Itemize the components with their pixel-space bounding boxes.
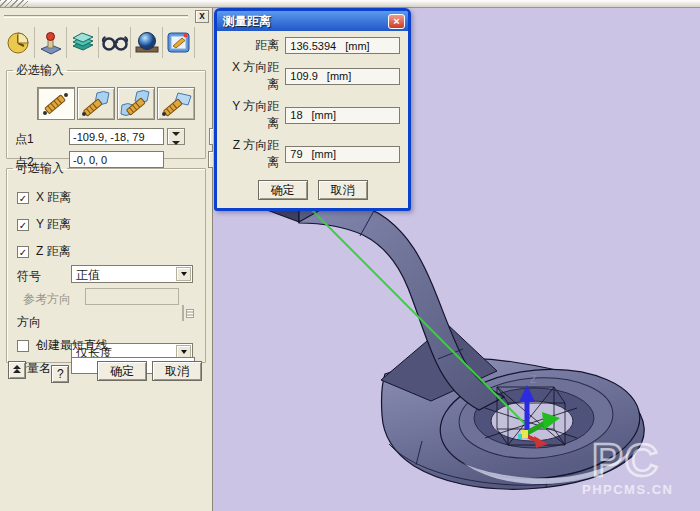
distance-value-field: 136.5394 [mm] bbox=[285, 37, 400, 54]
chevrons-up-icon bbox=[13, 365, 21, 369]
triad-origin bbox=[521, 430, 528, 438]
x-distance-result-label: X 方向距离 bbox=[225, 59, 285, 93]
dialog-titlebar[interactable]: 测量距离 × bbox=[217, 11, 408, 31]
required-group-title: 必选输入 bbox=[13, 62, 67, 79]
tab-stamp-tool[interactable] bbox=[35, 27, 67, 58]
glasses-visualization-icon bbox=[101, 30, 129, 56]
point1-input[interactable] bbox=[69, 128, 164, 145]
measure-distance-dialog: 测量距离 × 距离 136.5394 [mm] X 方向距离 109.9 [mm… bbox=[214, 8, 411, 211]
sign-dropdown[interactable]: 正值 bbox=[71, 265, 193, 283]
optional-group-title: 可选输入 bbox=[13, 160, 67, 177]
create-line-row: 创建最短直线 bbox=[17, 337, 108, 354]
z-distance-value: 79 bbox=[290, 148, 302, 160]
y-distance-value: 18 bbox=[290, 109, 302, 121]
point1-label: 点1 bbox=[15, 131, 34, 148]
reference-direction-label: 参考方向 bbox=[23, 291, 71, 308]
tab-visualization[interactable] bbox=[99, 27, 131, 58]
measure-to-plane-icon bbox=[159, 89, 193, 118]
help-button[interactable]: ? bbox=[51, 365, 69, 383]
layers-icon bbox=[70, 30, 96, 56]
dialog-body: 距离 136.5394 [mm] X 方向距离 109.9 [mm] Y 方向距… bbox=[217, 31, 408, 208]
panel-ok-button[interactable]: 确定 bbox=[97, 361, 147, 381]
collapse-panel-button[interactable] bbox=[8, 361, 26, 379]
dropdown-arrow-icon[interactable] bbox=[176, 267, 191, 281]
sign-value: 正值 bbox=[76, 268, 100, 282]
distance-unit: [mm] bbox=[345, 40, 369, 52]
y-distance-unit: [mm] bbox=[312, 109, 336, 121]
optional-input-group: 可选输入 ✓ X 距离 ✓ Y 距离 ✓ Z 距离 符号 正值 参考方向 方向 bbox=[6, 160, 206, 363]
y-distance-checkbox[interactable]: ✓ bbox=[17, 219, 29, 231]
panel-cancel-button[interactable]: 取消 bbox=[152, 361, 202, 381]
edit-note-icon bbox=[166, 30, 192, 56]
z-distance-result-row: Z 方向距离 79 [mm] bbox=[225, 137, 400, 171]
reference-direction-input bbox=[85, 288, 179, 305]
y-distance-value-field: 18 [mm] bbox=[285, 107, 400, 124]
triad-z-label: Z bbox=[530, 373, 537, 385]
measure-object-to-object-icon bbox=[119, 89, 153, 118]
measure-point-to-point-icon bbox=[39, 89, 73, 118]
x-distance-value: 109.9 bbox=[290, 70, 318, 82]
direction-label: 方向 bbox=[17, 314, 41, 331]
x-distance-value-field: 109.9 [mm] bbox=[285, 68, 400, 85]
panel-header: x bbox=[0, 8, 212, 26]
measure-mode-row bbox=[37, 87, 195, 120]
create-shortest-line-label: 创建最短直线 bbox=[36, 337, 108, 354]
point1-options-chevron-icon[interactable] bbox=[167, 128, 185, 145]
y-distance-label: Y 距离 bbox=[36, 216, 71, 233]
application-window: x bbox=[0, 0, 700, 511]
z-distance-result-label: Z 方向距离 bbox=[225, 137, 285, 171]
panel-grip[interactable] bbox=[4, 15, 188, 18]
z-distance-checkbox[interactable]: ✓ bbox=[17, 246, 29, 258]
x-distance-result-row: X 方向距离 109.9 [mm] bbox=[225, 59, 400, 93]
reference-direction-vector-icon bbox=[182, 305, 184, 321]
panel-tab-bar bbox=[3, 27, 195, 59]
measure-point-to-object-icon bbox=[79, 89, 113, 118]
dialog-buttons: 确定 取消 bbox=[225, 180, 400, 200]
measure-object-to-object-button[interactable] bbox=[117, 87, 155, 120]
z-distance-unit: [mm] bbox=[312, 148, 336, 160]
tab-edit-note[interactable] bbox=[163, 27, 195, 58]
required-input-group: 必选输入 bbox=[6, 62, 206, 159]
measure-point-to-object-button[interactable] bbox=[77, 87, 115, 120]
measure-distance-panel: x bbox=[0, 8, 213, 511]
dialog-ok-button[interactable]: 确定 bbox=[258, 180, 308, 200]
x-distance-unit: [mm] bbox=[327, 70, 351, 82]
distance-row: 距离 136.5394 [mm] bbox=[225, 37, 400, 54]
dialog-close-icon[interactable]: × bbox=[388, 14, 405, 29]
y-distance-result-label: Y 方向距离 bbox=[225, 98, 285, 132]
stamp-tool-icon bbox=[38, 30, 64, 56]
toolbar-grip-icon[interactable] bbox=[0, 0, 28, 7]
dialog-cancel-button[interactable]: 取消 bbox=[318, 180, 368, 200]
docked-toolbar-strip bbox=[0, 0, 700, 8]
z-distance-value-field: 79 [mm] bbox=[285, 146, 400, 163]
distance-label: 距离 bbox=[225, 37, 285, 54]
tab-analysis-gauge[interactable] bbox=[3, 27, 35, 58]
measure-point-to-point-button[interactable] bbox=[37, 87, 75, 120]
x-distance-row: ✓ X 距离 bbox=[17, 189, 71, 206]
z-distance-label: Z 距离 bbox=[36, 243, 71, 260]
x-distance-label: X 距离 bbox=[36, 189, 71, 206]
create-shortest-line-checkbox[interactable] bbox=[17, 340, 29, 352]
panel-close-icon[interactable]: x bbox=[195, 10, 209, 23]
help-icon: ? bbox=[57, 367, 64, 381]
y-distance-result-row: Y 方向距离 18 [mm] bbox=[225, 98, 400, 132]
z-distance-row: ✓ Z 距离 bbox=[17, 243, 71, 260]
analysis-gauge-icon bbox=[6, 30, 32, 56]
tab-sphere-display[interactable] bbox=[131, 27, 163, 58]
sphere-icon bbox=[134, 30, 160, 56]
measure-to-plane-button[interactable] bbox=[157, 87, 195, 120]
dialog-title: 测量距离 bbox=[223, 13, 388, 30]
tab-layers[interactable] bbox=[67, 27, 99, 58]
distance-value: 136.5394 bbox=[290, 40, 336, 52]
x-distance-checkbox[interactable]: ✓ bbox=[17, 192, 29, 204]
sign-label: 符号 bbox=[17, 268, 41, 285]
y-distance-row: ✓ Y 距离 bbox=[17, 216, 71, 233]
